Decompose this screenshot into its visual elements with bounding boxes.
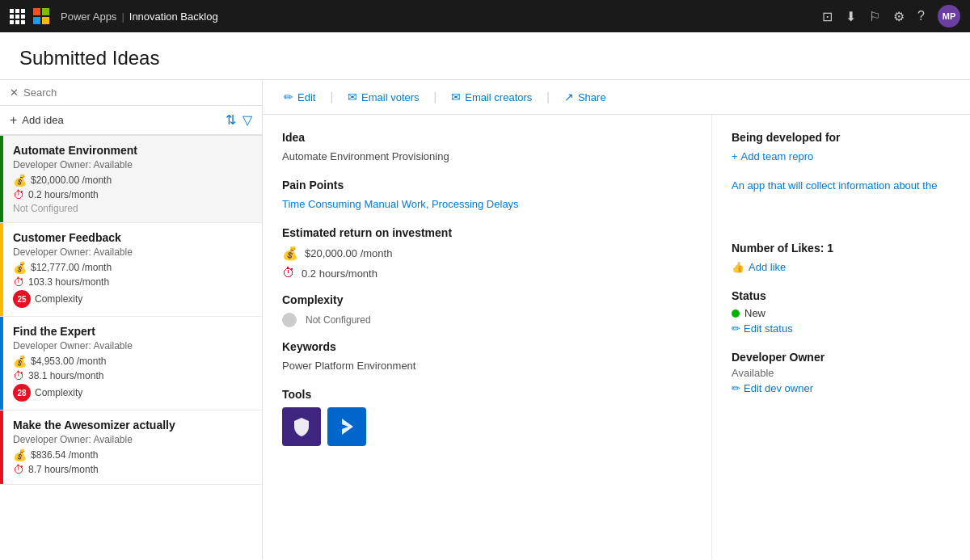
idea-owner: Developer Owner: Available: [13, 434, 252, 445]
sidebar: ✕ + Add idea ⇅ ▽ Automate Environment De…: [0, 80, 263, 559]
likes-title: Number of Likes: 1: [732, 242, 951, 255]
status-section: Status New ✏ Edit status: [732, 289, 951, 335]
list-item[interactable]: Make the Awesomizer actually Developer O…: [0, 411, 262, 485]
list-item[interactable]: Automate Environment Developer Owner: Av…: [0, 136, 262, 223]
hours-icon: ⏱: [13, 369, 24, 382]
complexity-text: Complexity: [35, 387, 82, 398]
hours-icon: ⏱: [13, 463, 24, 476]
roi-cost-row: 💰 $20,000.00 /month: [282, 246, 692, 261]
edit-icon: ✏: [284, 91, 293, 103]
filter-icon[interactable]: ▽: [242, 112, 252, 128]
app-description-section: An app that will collect information abo…: [732, 179, 951, 193]
being-developed-title: Being developed for: [732, 131, 951, 144]
idea-title: Make the Awesomizer actually: [13, 419, 252, 432]
cost-icon: 💰: [13, 355, 27, 368]
edit-button[interactable]: ✏ Edit: [276, 86, 323, 107]
roi-cost-value: $20,000.00 /month: [305, 247, 392, 259]
plus-icon: +: [732, 150, 738, 162]
dev-owner-section: Developer Owner Available ✏ Edit dev own…: [732, 351, 951, 394]
sort-icon[interactable]: ⇅: [226, 112, 236, 128]
share-icon: ↗: [564, 91, 574, 103]
help-icon[interactable]: ?: [917, 9, 925, 23]
share-button[interactable]: ↗ Share: [556, 86, 614, 107]
bookmark-icon[interactable]: ⚐: [869, 9, 880, 24]
search-bar: ✕: [0, 80, 262, 106]
hours-value: 103.3 hours/month: [28, 276, 109, 288]
pain-points-label: Pain Points: [282, 179, 692, 192]
topbar-brand: Power Apps | Innovation Backlog: [61, 11, 218, 23]
content-area: ✏ Edit | ✉ Email voters | ✉ Email creato…: [263, 80, 970, 559]
tool-power-automate-icon[interactable]: [327, 407, 366, 446]
hours-icon: ⏱: [13, 276, 24, 288]
email-creators-button[interactable]: ✉ Email creators: [443, 86, 540, 107]
email-voters-label: Email voters: [361, 91, 420, 103]
add-team-repro-label: Add team repro: [741, 150, 814, 162]
status-row: New: [732, 307, 951, 319]
meta-complexity: 25 Complexity: [13, 290, 252, 308]
app-description: An app that will collect information abo…: [732, 179, 951, 193]
accent-bar: [0, 223, 3, 316]
tool-shield-icon[interactable]: [282, 407, 321, 446]
status-dot: [732, 309, 740, 318]
idea-title: Find the Expert: [13, 325, 252, 338]
roi-label: Estimated return on investment: [282, 226, 692, 239]
status-value: New: [744, 307, 765, 319]
add-team-repro-button[interactable]: + Add team repro: [732, 150, 951, 162]
main-layout: ✕ + Add idea ⇅ ▽ Automate Environment De…: [0, 80, 970, 559]
add-idea-label: Add idea: [22, 114, 63, 126]
meta-cost: 💰 $12,777.00 /month: [13, 261, 252, 274]
content-main: Idea Automate Environment Provisioning P…: [263, 115, 711, 559]
topbar-icons: ⊡ ⬇ ⚐ ⚙ ? MP: [822, 5, 960, 27]
edit-dev-owner-button[interactable]: ✏ Edit dev owner: [732, 382, 951, 394]
idea-meta: 💰 $20,000.00 /month ⏱ 0.2 hours/month No…: [13, 174, 252, 214]
thumbs-up-icon: 👍: [732, 261, 744, 273]
tools-icons: [282, 407, 692, 446]
idea-section-label: Idea: [282, 131, 692, 144]
email-voters-button[interactable]: ✉ Email voters: [340, 86, 428, 107]
cost-icon: 💰: [13, 448, 27, 461]
roi-hours-value: 0.2 hours/month: [302, 267, 377, 280]
content-body: Idea Automate Environment Provisioning P…: [263, 115, 970, 559]
toolbar-sep-2: |: [434, 91, 437, 103]
edit-status-label: Edit status: [744, 322, 793, 335]
meta-hours: ⏱ 103.3 hours/month: [13, 276, 252, 288]
keywords-label: Keywords: [282, 340, 692, 353]
complexity-circle: [282, 313, 297, 327]
cost-icon: 💰: [13, 174, 27, 187]
complexity-value-row: Not Configured: [282, 313, 692, 327]
meta-hours: ⏱ 8.7 hours/month: [13, 463, 252, 476]
toolbar-sep-3: |: [546, 91, 550, 103]
cost-icon: 💰: [13, 261, 27, 274]
user-avatar[interactable]: MP: [938, 5, 960, 27]
close-search-icon[interactable]: ✕: [10, 86, 19, 99]
waffle-icon[interactable]: [10, 9, 25, 24]
idea-section: Idea Automate Environment Provisioning: [282, 131, 692, 162]
dev-owner-value: Available: [732, 367, 951, 379]
list-item[interactable]: Customer Feedback Developer Owner: Avail…: [0, 223, 262, 317]
meta-complexity: 28 Complexity: [13, 384, 252, 402]
accent-bar: [0, 136, 3, 222]
meta-cost: 💰 $20,000.00 /month: [13, 174, 252, 187]
pain-points-value: Time Consuming Manual Work, Processing D…: [282, 198, 692, 210]
dev-owner-title: Developer Owner: [732, 351, 951, 364]
add-like-button[interactable]: 👍 Add like: [732, 261, 951, 273]
microsoft-logo: [33, 8, 49, 24]
accent-bar: [0, 411, 3, 484]
pain-points-section: Pain Points Time Consuming Manual Work, …: [282, 179, 692, 210]
list-item[interactable]: Find the Expert Developer Owner: Availab…: [0, 317, 262, 411]
roi-cost-icon: 💰: [282, 246, 298, 261]
download-icon[interactable]: ⬇: [846, 9, 856, 24]
keywords-section: Keywords Power Platform Environment: [282, 340, 692, 372]
meta-hours: ⏱ 0.2 hours/month: [13, 188, 252, 201]
topbar: Power Apps | Innovation Backlog ⊡ ⬇ ⚐ ⚙ …: [0, 0, 970, 32]
svg-rect-1: [42, 8, 49, 15]
complexity-label: Complexity: [282, 293, 692, 306]
settings-icon[interactable]: ⚙: [893, 9, 905, 24]
screen-icon[interactable]: ⊡: [822, 9, 833, 24]
edit-status-button[interactable]: ✏ Edit status: [732, 322, 951, 335]
edit-dev-owner-icon: ✏: [732, 382, 740, 394]
add-idea-button[interactable]: + Add idea: [10, 113, 221, 128]
idea-title: Customer Feedback: [13, 231, 252, 244]
search-input[interactable]: [23, 86, 252, 99]
email-creators-icon: ✉: [451, 91, 461, 103]
